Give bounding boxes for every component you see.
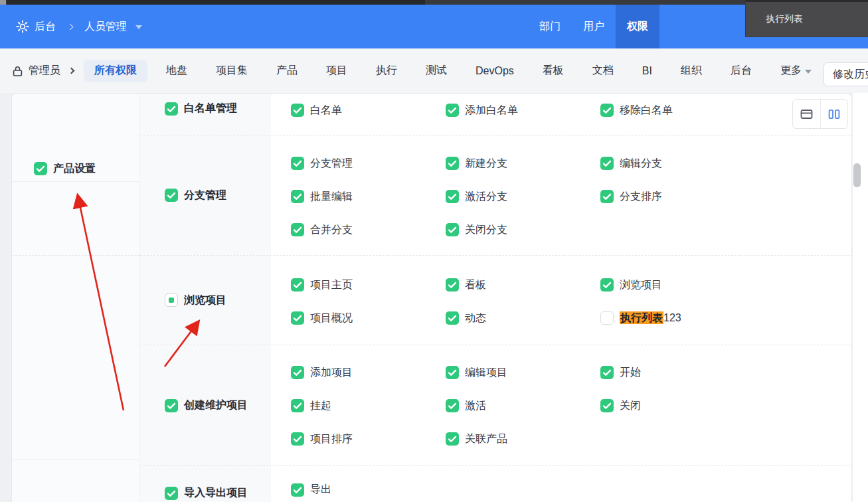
permission-item[interactable]: 项目概况 xyxy=(291,311,446,325)
checkbox-unchecked[interactable] xyxy=(600,311,614,325)
checkbox-checked[interactable] xyxy=(600,157,614,170)
module-checkbox[interactable] xyxy=(34,162,47,175)
permission-item[interactable]: 编辑项目 xyxy=(446,366,600,380)
subnav-tab[interactable]: 项目集 xyxy=(216,64,248,78)
column-view-icon[interactable] xyxy=(820,100,847,128)
checkbox-checked[interactable] xyxy=(600,399,614,412)
subnav-tab[interactable]: 文档 xyxy=(592,64,614,78)
subnav-tab[interactable]: 产品 xyxy=(276,64,298,78)
subnav-tab[interactable]: 地盘 xyxy=(166,64,187,78)
permission-group[interactable]: 创建维护项目 xyxy=(140,345,271,465)
subnav-tab[interactable]: DevOps xyxy=(476,65,514,77)
subnav-tab[interactable]: 组织 xyxy=(681,64,702,78)
checkbox-checked[interactable] xyxy=(446,399,459,412)
checkbox-checked[interactable] xyxy=(446,157,459,170)
permission-group[interactable]: 导入导出项目 xyxy=(140,466,271,502)
permission-item[interactable]: 执行列表123 xyxy=(600,311,852,325)
item-label: 分支排序 xyxy=(620,190,662,204)
module-row-product-settings[interactable]: 产品设置 xyxy=(12,153,139,184)
permission-item[interactable]: 挂起 xyxy=(291,399,446,413)
permission-item[interactable]: 项目排序 xyxy=(291,432,446,446)
breadcrumb-root[interactable]: 后台 xyxy=(35,20,56,34)
subnav-tab[interactable]: 后台 xyxy=(731,64,752,78)
checkbox-checked[interactable] xyxy=(291,366,304,379)
checkbox-checked[interactable] xyxy=(600,190,614,203)
items-cell: 分支管理新建分支编辑分支批量编辑激活分支分支排序合并分支关闭分支 xyxy=(271,135,852,255)
caret-down-icon xyxy=(805,70,812,74)
permission-item[interactable]: 白名单 xyxy=(291,104,446,118)
permission-section: 分支管理分支管理新建分支编辑分支批量编辑激活分支分支排序合并分支关闭分支 xyxy=(140,135,852,255)
caret-down-icon[interactable] xyxy=(135,25,142,29)
scrollbar-thumb[interactable] xyxy=(853,163,861,187)
item-row: 导出 xyxy=(291,477,852,502)
permission-group[interactable]: 白名单管理 xyxy=(140,94,271,135)
header-tab[interactable]: 权限 xyxy=(616,5,659,48)
checkbox-checked[interactable] xyxy=(291,104,304,117)
permission-item[interactable]: 批量编辑 xyxy=(291,190,446,204)
permission-item[interactable]: 分支排序 xyxy=(600,190,852,204)
permission-item[interactable]: 激活 xyxy=(446,399,600,413)
checkbox-checked[interactable] xyxy=(291,483,304,497)
permission-item[interactable]: 开始 xyxy=(600,366,852,380)
item-label: 挂起 xyxy=(310,399,331,413)
permission-item[interactable]: 看板 xyxy=(446,278,600,292)
subnav-tab[interactable]: 测试 xyxy=(426,64,447,78)
checkbox-checked[interactable] xyxy=(446,278,459,292)
header-tab[interactable]: 用户 xyxy=(572,5,616,48)
permission-item[interactable]: 新建分支 xyxy=(446,157,600,171)
window-tab-shadow xyxy=(7,0,425,5)
checkbox-checked[interactable] xyxy=(291,311,304,325)
permission-item[interactable]: 关闭分支 xyxy=(446,223,600,237)
breadcrumb-current[interactable]: 人员管理 xyxy=(84,20,127,34)
permission-item[interactable]: 添加白名单 xyxy=(446,104,600,118)
subnav-tab[interactable]: 执行 xyxy=(376,64,397,78)
checkbox-checked[interactable] xyxy=(446,311,459,325)
permission-item[interactable]: 导出 xyxy=(291,483,446,497)
history-button[interactable]: 修改历史 xyxy=(824,62,868,86)
module-column: 产品设置 xyxy=(12,94,140,502)
permission-item[interactable]: 合并分支 xyxy=(291,223,446,237)
checkbox-checked[interactable] xyxy=(291,157,304,170)
permission-item[interactable]: 动态 xyxy=(446,311,600,325)
subnav-tab[interactable]: 更多 xyxy=(780,64,812,78)
item-label: 新建分支 xyxy=(465,157,507,171)
checkbox-indeterminate[interactable] xyxy=(165,293,178,307)
checkbox-checked[interactable] xyxy=(446,432,459,446)
permission-item[interactable]: 浏览项目 xyxy=(600,278,852,292)
tab-all-permissions[interactable]: 所有权限 xyxy=(84,60,147,82)
items-cell: 导出 xyxy=(271,466,852,502)
permission-item[interactable]: 关闭 xyxy=(600,399,852,413)
subnav-tab[interactable]: BI xyxy=(642,65,652,77)
subnav-tab[interactable]: 看板 xyxy=(543,64,564,78)
permission-item[interactable]: 项目主页 xyxy=(291,278,446,292)
permission-item[interactable]: 编辑分支 xyxy=(600,157,852,171)
permission-item[interactable]: 激活分支 xyxy=(446,190,600,204)
checkbox-checked[interactable] xyxy=(291,278,304,292)
items-cell: 项目主页看板浏览项目项目概况动态执行列表123 xyxy=(271,256,852,345)
permission-item[interactable]: 添加项目 xyxy=(291,366,446,380)
permission-group[interactable]: 分支管理 xyxy=(140,135,271,255)
checkbox-checked[interactable] xyxy=(291,223,304,236)
checkbox-checked[interactable] xyxy=(600,366,614,379)
list-view-icon[interactable] xyxy=(793,100,820,128)
checkbox-checked[interactable] xyxy=(600,278,614,292)
checkbox-checked[interactable] xyxy=(446,104,459,117)
checkbox-checked[interactable] xyxy=(291,432,304,446)
checkbox-checked[interactable] xyxy=(291,399,304,412)
checkbox-checked[interactable] xyxy=(291,190,304,203)
subnav-tab[interactable]: 项目 xyxy=(326,64,347,78)
item-label: 添加项目 xyxy=(310,366,353,380)
checkbox-checked[interactable] xyxy=(446,223,459,236)
checkbox-checked[interactable] xyxy=(165,487,178,500)
permission-group[interactable]: 浏览项目 xyxy=(140,256,271,345)
permission-item[interactable]: 关联产品 xyxy=(446,432,600,446)
checkbox-checked[interactable] xyxy=(600,104,614,117)
permission-item[interactable]: 分支管理 xyxy=(291,157,446,171)
checkbox-checked[interactable] xyxy=(165,399,178,412)
header-tab[interactable]: 部门 xyxy=(528,5,572,48)
scrollbar-track[interactable] xyxy=(853,93,868,502)
checkbox-checked[interactable] xyxy=(165,189,178,202)
checkbox-checked[interactable] xyxy=(446,190,459,203)
checkbox-checked[interactable] xyxy=(165,102,178,116)
checkbox-checked[interactable] xyxy=(446,366,459,379)
